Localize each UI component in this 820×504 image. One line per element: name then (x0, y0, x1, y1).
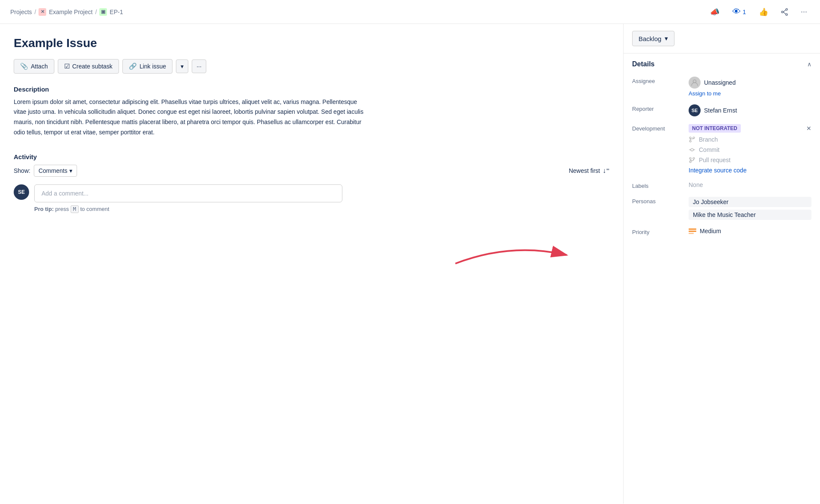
svg-point-1 (786, 14, 787, 15)
labels-label: Labels (632, 181, 683, 189)
details-section: Details ∧ Assignee (624, 53, 820, 250)
assignee-row: Assignee Unassigned Assign (632, 77, 811, 97)
breadcrumb: Projects / ✕ Example Project / ▣ EP-1 (10, 8, 123, 16)
persona-mike[interactable]: Mike the Music Teacher (689, 210, 811, 220)
reporter-row: Reporter SE Stefan Ernst (632, 104, 811, 116)
more-actions-icon: ··· (196, 63, 202, 70)
svg-point-7 (689, 137, 691, 139)
unassigned-text: Unassigned (704, 79, 736, 86)
attach-icon: 📎 (20, 62, 28, 70)
expand-icon: ▾ (181, 63, 184, 70)
branch-link[interactable]: Branch (689, 136, 811, 143)
svg-line-4 (783, 12, 786, 14)
reporter-name: Stefan Ernst (704, 107, 737, 114)
svg-point-16 (693, 157, 695, 159)
pro-tip: Pro tip: press M to comment (34, 206, 609, 212)
link-issue-label: Link issue (140, 63, 166, 70)
description-section: Description Lorem ipsum dolor sit amet, … (14, 86, 609, 138)
svg-line-3 (783, 10, 786, 12)
not-integrated-badge[interactable]: NOT INTEGRATED (689, 124, 741, 133)
details-title: Details (632, 60, 654, 68)
priority-icon (689, 228, 696, 234)
details-header[interactable]: Details ∧ (632, 60, 811, 68)
link-issue-button[interactable]: 🔗 Link issue (122, 59, 172, 74)
svg-point-14 (689, 157, 691, 159)
attach-button[interactable]: 📎 Attach (14, 59, 54, 74)
watch-button[interactable]: 👁 1 (729, 5, 749, 18)
expand-actions-button[interactable]: ▾ (176, 59, 188, 73)
personas-row: Personas Jo Jobseeker Mike the Music Tea… (632, 197, 811, 220)
main-layout: Example Issue 📎 Attach ☑ Create subtask … (0, 24, 820, 504)
svg-point-0 (786, 9, 787, 10)
comments-select[interactable]: Comments ▾ (34, 165, 77, 177)
top-bar: Projects / ✕ Example Project / ▣ EP-1 📣 … (0, 0, 820, 24)
integrate-source-code-link[interactable]: Integrate source code (689, 167, 811, 174)
project-icon-red: ✕ (39, 8, 46, 16)
comment-area: SE Add a comment... (14, 184, 609, 202)
priority-text: Medium (700, 228, 721, 234)
more-options-button[interactable]: ··· (798, 6, 810, 18)
development-value: NOT INTEGRATED ✕ Branch (689, 124, 811, 174)
assign-to-me-link[interactable]: Assign to me (689, 90, 811, 97)
backlog-button[interactable]: Backlog ▾ (632, 31, 674, 46)
priority-value[interactable]: Medium (689, 228, 811, 234)
reporter-value: SE Stefan Ernst (689, 104, 811, 116)
pull-request-label: Pull request (699, 157, 731, 163)
dev-top: NOT INTEGRATED ✕ (689, 124, 811, 133)
backlog-label: Backlog (639, 35, 661, 42)
activity-title: Activity (14, 153, 609, 160)
share-button[interactable] (778, 6, 791, 18)
development-row: Development NOT INTEGRATED ✕ (632, 124, 811, 174)
reporter-user[interactable]: SE Stefan Ernst (689, 104, 811, 116)
personas-label: Personas (632, 197, 683, 205)
breadcrumb-project-name[interactable]: Example Project (49, 9, 92, 15)
svg-point-2 (781, 11, 783, 13)
breadcrumb-projects[interactable]: Projects (10, 9, 32, 15)
right-sidebar: Backlog ▾ Details ∧ Assignee (623, 24, 820, 504)
pro-tip-label: Pro tip: (34, 206, 54, 212)
link-icon: 🔗 (129, 62, 137, 70)
attach-label: Attach (31, 63, 48, 70)
project-icon-green: ▣ (99, 8, 107, 16)
arrow-container (14, 238, 609, 272)
left-content: Example Issue 📎 Attach ☑ Create subtask … (0, 24, 623, 504)
create-subtask-label: Create subtask (72, 63, 113, 70)
sort-icon: ↓⁼ (603, 166, 609, 175)
breadcrumb-issue-id[interactable]: EP-1 (110, 9, 123, 15)
subtask-icon: ☑ (64, 62, 70, 70)
persona-jo-jobseeker[interactable]: Jo Jobseeker (689, 197, 811, 207)
reporter-label: Reporter (632, 104, 683, 112)
assignee-value: Unassigned Assign to me (689, 77, 811, 97)
pro-tip-suffix: to comment (80, 206, 109, 212)
labels-value[interactable]: None (689, 181, 811, 188)
action-buttons: 📎 Attach ☑ Create subtask 🔗 Link issue ▾… (14, 59, 609, 74)
dev-close-icon[interactable]: ✕ (806, 125, 811, 132)
svg-point-8 (689, 140, 691, 142)
reporter-avatar: SE (689, 104, 701, 116)
sort-button[interactable]: Newest first ↓⁼ (569, 166, 609, 175)
more-actions-button[interactable]: ··· (192, 59, 206, 73)
activity-section: Activity Show: Comments ▾ Newest first ↓… (14, 153, 609, 212)
personas-value: Jo Jobseeker Mike the Music Teacher (689, 197, 811, 220)
share-icon (780, 8, 789, 16)
top-bar-actions: 📣 👁 1 👍 ··· (707, 5, 810, 18)
labels-row: Labels None (632, 181, 811, 189)
issue-title: Example Issue (14, 36, 609, 50)
assignee-label: Assignee (632, 77, 683, 84)
comments-chevron-icon: ▾ (69, 167, 72, 174)
branch-label: Branch (699, 136, 718, 143)
pull-request-link[interactable]: Pull request (689, 157, 811, 163)
backlog-chevron-icon: ▾ (665, 35, 668, 42)
assignee-user[interactable]: Unassigned (689, 77, 811, 89)
personas-list: Jo Jobseeker Mike the Music Teacher (689, 197, 811, 220)
description-title: Description (14, 86, 609, 93)
thumbsup-button[interactable]: 👍 (756, 6, 771, 18)
comment-input[interactable]: Add a comment... (34, 184, 342, 202)
watch-count: 1 (743, 9, 746, 15)
arrow-illustration (447, 238, 575, 272)
create-subtask-button[interactable]: ☑ Create subtask (58, 59, 119, 74)
newest-first-label: Newest first (569, 167, 600, 174)
commit-icon (689, 146, 695, 153)
announcement-button[interactable]: 📣 (707, 6, 722, 18)
commit-link[interactable]: Commit (689, 146, 811, 153)
